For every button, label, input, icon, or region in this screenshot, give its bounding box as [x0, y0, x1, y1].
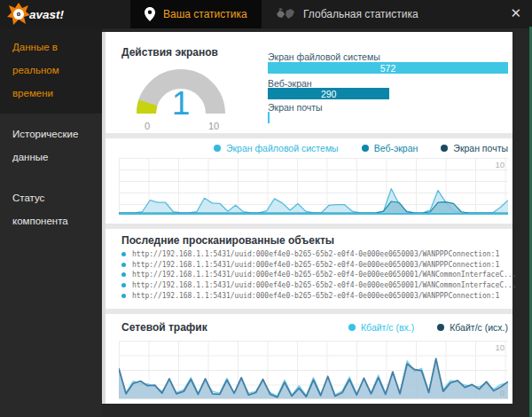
- list-item: http://192.168.1.1:5431/uuid:000ef4e0-b2…: [121, 290, 508, 301]
- sidebar-item-component-status[interactable]: Статус компонента: [0, 177, 102, 241]
- scanned-url: http://192.168.1.1:5431/uuid:000ef4e0-b2…: [132, 250, 499, 258]
- sidebar: Данные в реальном времени Исторические д…: [0, 28, 102, 417]
- section-title-scanned-objects: Последние просканированные объекты: [121, 234, 334, 247]
- bullet-icon: [121, 272, 126, 277]
- scanned-url: http://192.168.1.1:5431/uuid:000ef4e0-b2…: [132, 271, 516, 279]
- section-title-screen-actions: Действия экранов: [121, 46, 218, 59]
- list-item: http://192.168.1.1:5431/uuid:000ef4e0-b2…: [121, 249, 508, 260]
- legend-dot-filesystem: [214, 145, 221, 152]
- scanned-url: http://192.168.1.1:5431/uuid:000ef4e0-b2…: [132, 261, 499, 269]
- svg-text:avast!: avast!: [29, 8, 65, 21]
- section-divider: [106, 224, 512, 229]
- legend-label-traffic-in: Кбайт/с (вх.): [361, 322, 414, 333]
- world-map-icon: [276, 8, 295, 20]
- traffic-chart-legend: Кбайт/с (вх.) Кбайт/с (исх.): [348, 321, 508, 334]
- scanned-url: http://192.168.1.1:5431/uuid:000ef4e0-b2…: [132, 292, 499, 300]
- sidebar-item-realtime-data[interactable]: Данные в реальном времени: [0, 28, 102, 114]
- tab-your-statistics[interactable]: Ваша статистика: [130, 0, 262, 28]
- avast-logo-icon: avast!: [7, 3, 105, 26]
- legend-dot-mail: [441, 145, 448, 152]
- legend-dot-traffic-out: [437, 324, 444, 331]
- network-traffic-chart: 10 0: [119, 341, 508, 399]
- bar-web: 290: [268, 88, 389, 99]
- screens-activity-chart: 10: [119, 158, 508, 215]
- legend-label-filesystem: Экран файловой системы: [226, 143, 339, 153]
- bar-web-value: 290: [321, 89, 337, 99]
- list-item: http://192.168.1.1:5431/uuid:000ef4e0-b2…: [121, 270, 508, 280]
- tab-your-statistics-label: Ваша статистика: [163, 8, 247, 20]
- legend-item-mail: Экран почты: [441, 143, 508, 153]
- title-bar: avast! Ваша статистика Глобальная статис…: [0, 0, 532, 28]
- list-item: http://192.168.1.1:5431/uuid:000ef4e0-b2…: [121, 280, 508, 291]
- scanned-url: http://192.168.1.1:5431/uuid:000ef4e0-b2…: [132, 281, 516, 289]
- tab-global-statistics-label: Глобальная статистика: [303, 8, 419, 20]
- legend-label-traffic-out: Кбайт/с (исх.): [450, 322, 508, 333]
- content-panel: Действия экранов 1 0 10 Экран файловой с…: [102, 32, 512, 404]
- traffic-chart-ymin-label: 0: [500, 388, 505, 397]
- section-divider: [106, 133, 512, 138]
- location-pin-icon: [145, 7, 155, 21]
- legend-item-traffic-in: Кбайт/с (вх.): [348, 322, 414, 333]
- gauge-number: 1: [154, 87, 207, 121]
- bar-filesystem-value: 572: [380, 63, 396, 74]
- gauge-max-label: 10: [208, 121, 219, 131]
- legend-dot-traffic-in: [348, 324, 356, 331]
- bar-filesystem: 572: [268, 62, 508, 74]
- bar-mail: [268, 112, 270, 123]
- legend-dot-web: [362, 145, 369, 152]
- bullet-icon: [121, 283, 126, 287]
- legend-item-web: Веб-экран: [362, 143, 419, 153]
- bar-label-filesystem: Экран файловой системы: [268, 51, 380, 62]
- bullet-icon: [121, 252, 126, 256]
- gauge-min-label: 0: [145, 121, 150, 131]
- tab-global-statistics[interactable]: Глобальная статистика: [262, 0, 433, 28]
- section-divider: [106, 309, 512, 314]
- screens-chart-ymax-label: 10: [495, 160, 505, 169]
- legend-item-filesystem: Экран файловой системы: [214, 143, 339, 153]
- close-button[interactable]: ✕: [510, 5, 521, 21]
- legend-item-traffic-out: Кбайт/с (исх.): [437, 322, 508, 333]
- legend-label-web: Веб-экран: [374, 143, 419, 153]
- scanned-objects-list: http://192.168.1.1:5431/uuid:000ef4e0-b2…: [121, 249, 508, 301]
- bullet-icon: [121, 263, 126, 267]
- screens-chart-legend: Экран файловой системы Веб-экран Экран п…: [214, 142, 508, 154]
- bullet-icon: [121, 294, 126, 298]
- sidebar-item-historical-data[interactable]: Исторические данные: [0, 114, 102, 177]
- app-window: avast! Ваша статистика Глобальная статис…: [0, 0, 532, 417]
- list-item: http://192.168.1.1:5431/uuid:000ef4e0-b2…: [121, 260, 508, 271]
- legend-label-mail: Экран почты: [453, 143, 508, 153]
- traffic-chart-ymax-label: 10: [495, 342, 505, 352]
- section-title-network-traffic: Сетевой трафик: [121, 321, 207, 334]
